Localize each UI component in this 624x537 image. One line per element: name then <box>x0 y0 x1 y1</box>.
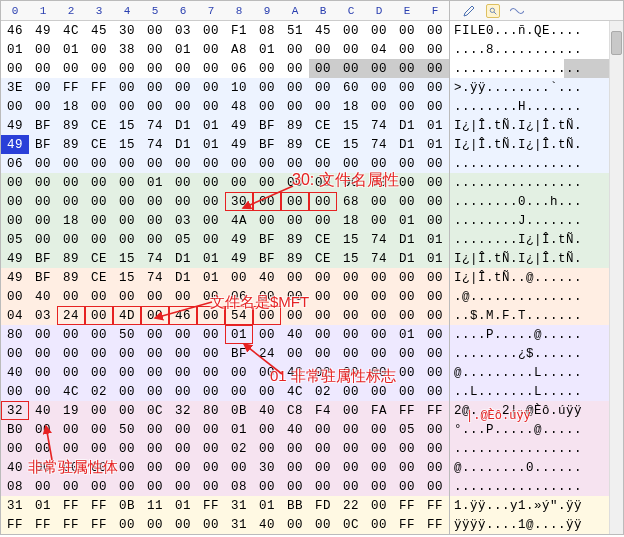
hex-cell[interactable]: 15 <box>337 135 365 154</box>
hex-cell[interactable]: 00 <box>29 363 57 382</box>
hex-cell[interactable]: 74 <box>365 230 393 249</box>
hex-cell[interactable]: 01 <box>393 325 421 344</box>
hex-cell[interactable]: CE <box>85 116 113 135</box>
hex-cell[interactable]: 00 <box>113 154 141 173</box>
hex-cell[interactable]: D1 <box>169 116 197 135</box>
hex-cell[interactable]: 01 <box>253 40 281 59</box>
hex-cell[interactable]: 00 <box>197 173 225 192</box>
pencil-icon[interactable] <box>462 4 476 18</box>
hex-cell[interactable]: 15 <box>113 249 141 268</box>
hex-cell[interactable]: 00 <box>281 154 309 173</box>
hex-cell[interactable]: 00 <box>337 268 365 287</box>
hex-cell[interactable]: FF <box>85 78 113 97</box>
hex-cell[interactable]: 00 <box>113 97 141 116</box>
hex-cell[interactable]: CE <box>309 116 337 135</box>
hex-cell[interactable]: 00 <box>57 325 85 344</box>
hex-cell[interactable]: 4C <box>281 382 309 401</box>
hex-cell[interactable]: 00 <box>141 420 169 439</box>
hex-cell[interactable]: 00 <box>337 458 365 477</box>
hex-cell[interactable]: BF <box>253 135 281 154</box>
hex-cell[interactable]: 00 <box>253 287 281 306</box>
hex-cell[interactable]: 00 <box>169 78 197 97</box>
hex-cell[interactable]: 00 <box>365 287 393 306</box>
hex-cell[interactable]: 00 <box>29 344 57 363</box>
hex-cell[interactable]: 06 <box>225 287 253 306</box>
hex-cell[interactable]: 80 <box>1 325 29 344</box>
hex-cell[interactable]: 00 <box>141 78 169 97</box>
hex-cell[interactable]: 74 <box>141 249 169 268</box>
hex-cell[interactable]: 89 <box>281 135 309 154</box>
hex-cell[interactable]: 00 <box>365 154 393 173</box>
hex-cell[interactable]: 00 <box>309 154 337 173</box>
hex-cell[interactable]: 40 <box>281 325 309 344</box>
hex-cell[interactable]: FF <box>57 78 85 97</box>
hex-cell[interactable]: 4C <box>57 21 85 40</box>
hex-cell[interactable]: 00 <box>85 344 113 363</box>
hex-cell[interactable]: 24 <box>253 344 281 363</box>
vertical-scrollbar[interactable] <box>609 21 623 534</box>
hex-cell[interactable]: D1 <box>169 135 197 154</box>
ascii-line[interactable]: I¿|Î.tÑ.I¿|Î.tÑ. <box>450 249 623 268</box>
hex-cell[interactable]: BF <box>253 116 281 135</box>
hex-cell[interactable]: 00 <box>421 97 449 116</box>
hex-cell[interactable]: 00 <box>365 211 393 230</box>
hex-cell[interactable]: 00 <box>113 211 141 230</box>
hex-cell[interactable]: 74 <box>141 268 169 287</box>
hex-cell[interactable]: 03 <box>29 306 57 325</box>
hex-cell[interactable]: 00 <box>253 154 281 173</box>
hex-cell[interactable]: 68 <box>337 192 365 211</box>
hex-cell[interactable]: 00 <box>393 59 421 78</box>
wave-icon[interactable] <box>510 4 524 18</box>
hex-cell[interactable]: 40 <box>253 401 281 420</box>
hex-cell[interactable]: 00 <box>29 211 57 230</box>
hex-cell[interactable]: 49 <box>1 268 29 287</box>
hex-cell[interactable]: FF <box>29 515 57 534</box>
hex-cell[interactable]: 00 <box>141 458 169 477</box>
hex-cell[interactable]: 80 <box>197 401 225 420</box>
hex-cell[interactable]: 00 <box>197 192 225 211</box>
hex-cell[interactable]: 00 <box>393 268 421 287</box>
hex-cell[interactable]: 00 <box>113 515 141 534</box>
hex-cell[interactable]: 00 <box>169 515 197 534</box>
hex-cell[interactable]: 00 <box>85 325 113 344</box>
hex-cell[interactable]: 00 <box>1 97 29 116</box>
hex-cell[interactable]: 00 <box>85 287 113 306</box>
hex-cell[interactable]: 00 <box>337 401 365 420</box>
hex-cell[interactable]: 00 <box>337 439 365 458</box>
hex-cell[interactable]: 31 <box>1 496 29 515</box>
hex-cell[interactable]: 00 <box>225 154 253 173</box>
hex-cell[interactable]: 0C <box>141 401 169 420</box>
ascii-line[interactable]: ........¿$...... <box>450 344 623 363</box>
hex-cell[interactable]: 89 <box>281 230 309 249</box>
hex-cell[interactable]: 01 <box>29 496 57 515</box>
search-icon[interactable] <box>486 4 500 18</box>
hex-cell[interactable]: 08 <box>225 477 253 496</box>
hex-cell[interactable]: 00 <box>421 78 449 97</box>
hex-cell[interactable]: 00 <box>197 363 225 382</box>
hex-cell[interactable]: 00 <box>365 268 393 287</box>
hex-cell[interactable]: 00 <box>421 439 449 458</box>
hex-cell[interactable]: 15 <box>113 135 141 154</box>
hex-cell[interactable]: FF <box>85 496 113 515</box>
hex-cell[interactable]: 02 <box>225 439 253 458</box>
hex-cell[interactable]: 01 <box>421 230 449 249</box>
hex-cell[interactable]: 00 <box>281 268 309 287</box>
hex-cell[interactable]: 00 <box>1 439 29 458</box>
hex-cell[interactable]: 50 <box>113 420 141 439</box>
hex-cell[interactable]: 01 <box>253 496 281 515</box>
hex-cell[interactable]: 00 <box>113 78 141 97</box>
hex-cell[interactable]: 00 <box>393 382 421 401</box>
hex-cell[interactable]: 46 <box>1 21 29 40</box>
hex-cell[interactable]: 00 <box>365 515 393 534</box>
hex-cell[interactable]: 00 <box>225 268 253 287</box>
hex-cell[interactable]: 4D <box>113 306 141 325</box>
hex-cell[interactable]: 00 <box>225 363 253 382</box>
hex-cell[interactable]: 00 <box>393 287 421 306</box>
hex-cell[interactable]: 05 <box>169 230 197 249</box>
hex-cell[interactable]: 00 <box>85 439 113 458</box>
hex-cell[interactable]: 00 <box>421 363 449 382</box>
hex-cell[interactable]: 00 <box>85 211 113 230</box>
hex-cell[interactable]: 00 <box>337 40 365 59</box>
hex-cell[interactable]: 00 <box>57 287 85 306</box>
hex-cell[interactable]: 00 <box>365 59 393 78</box>
